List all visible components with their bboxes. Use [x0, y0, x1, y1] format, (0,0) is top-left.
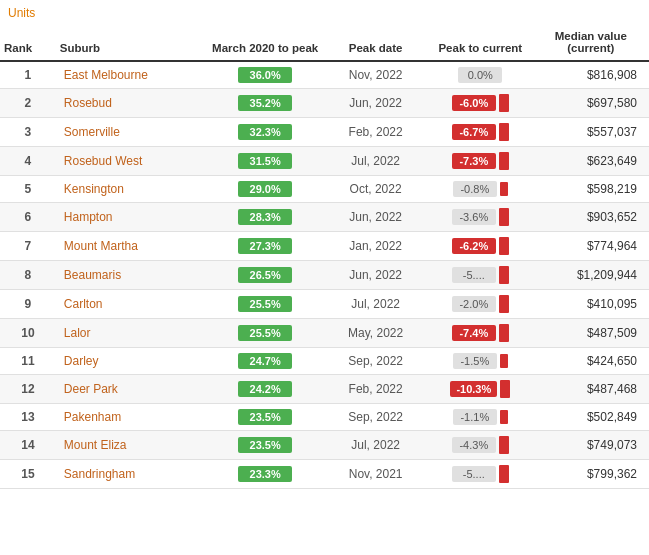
cell-peak-current: -7.4%	[428, 319, 533, 348]
col-suburb: Suburb	[56, 24, 207, 61]
table-row: 10Lalor25.5%May, 2022-7.4%$487,509	[0, 319, 649, 348]
table-row: 4Rosebud West31.5%Jul, 2022-7.3%$623,649	[0, 147, 649, 176]
cell-median: $774,964	[533, 232, 649, 261]
cell-march-peak: 23.3%	[207, 460, 323, 489]
cell-median: $799,362	[533, 460, 649, 489]
cell-march-peak: 29.0%	[207, 176, 323, 203]
cell-rank: 10	[0, 319, 56, 348]
cell-peak-current: -3.6%	[428, 203, 533, 232]
cell-median: $816,908	[533, 61, 649, 89]
cell-suburb: Lalor	[56, 319, 207, 348]
cell-peak-current: 0.0%	[428, 61, 533, 89]
cell-peak-date: Nov, 2022	[323, 61, 428, 89]
table-row: 9Carlton25.5%Jul, 2022-2.0%$410,095	[0, 290, 649, 319]
cell-median: $623,649	[533, 147, 649, 176]
cell-march-peak: 28.3%	[207, 203, 323, 232]
col-peak-current: Peak to current	[428, 24, 533, 61]
table-row: 12Deer Park24.2%Feb, 2022-10.3%$487,468	[0, 375, 649, 404]
cell-peak-current: -6.7%	[428, 118, 533, 147]
cell-suburb: Darley	[56, 348, 207, 375]
cell-peak-current: -2.0%	[428, 290, 533, 319]
cell-rank: 7	[0, 232, 56, 261]
cell-median: $697,580	[533, 89, 649, 118]
cell-march-peak: 36.0%	[207, 61, 323, 89]
cell-peak-date: Oct, 2022	[323, 176, 428, 203]
cell-peak-current: -5....	[428, 261, 533, 290]
cell-suburb: Mount Martha	[56, 232, 207, 261]
units-table: Rank Suburb March 2020 to peak Peak date…	[0, 24, 649, 489]
cell-peak-current: -6.2%	[428, 232, 533, 261]
cell-rank: 4	[0, 147, 56, 176]
cell-suburb: Sandringham	[56, 460, 207, 489]
cell-peak-date: Jul, 2022	[323, 147, 428, 176]
cell-median: $502,849	[533, 404, 649, 431]
cell-suburb: Kensington	[56, 176, 207, 203]
cell-suburb: Beaumaris	[56, 261, 207, 290]
cell-peak-date: Sep, 2022	[323, 348, 428, 375]
cell-median: $1,209,944	[533, 261, 649, 290]
cell-peak-current: -5....	[428, 460, 533, 489]
table-row: 1East Melbourne36.0%Nov, 20220.0%$816,90…	[0, 61, 649, 89]
cell-peak-current: -1.5%	[428, 348, 533, 375]
col-median: Median value (current)	[533, 24, 649, 61]
cell-rank: 8	[0, 261, 56, 290]
table-row: 2Rosebud35.2%Jun, 2022-6.0%$697,580	[0, 89, 649, 118]
cell-peak-date: Feb, 2022	[323, 375, 428, 404]
cell-rank: 9	[0, 290, 56, 319]
cell-rank: 15	[0, 460, 56, 489]
cell-march-peak: 31.5%	[207, 147, 323, 176]
cell-rank: 11	[0, 348, 56, 375]
cell-rank: 1	[0, 61, 56, 89]
cell-march-peak: 27.3%	[207, 232, 323, 261]
cell-median: $487,468	[533, 375, 649, 404]
page-title: Units	[0, 0, 649, 24]
cell-median: $487,509	[533, 319, 649, 348]
cell-suburb: East Melbourne	[56, 61, 207, 89]
table-row: 14Mount Eliza23.5%Jul, 2022-4.3%$749,073	[0, 431, 649, 460]
cell-peak-date: Jul, 2022	[323, 290, 428, 319]
cell-suburb: Somerville	[56, 118, 207, 147]
cell-peak-date: Feb, 2022	[323, 118, 428, 147]
cell-march-peak: 24.7%	[207, 348, 323, 375]
cell-peak-date: Nov, 2021	[323, 460, 428, 489]
cell-median: $598,219	[533, 176, 649, 203]
cell-march-peak: 32.3%	[207, 118, 323, 147]
table-row: 13Pakenham23.5%Sep, 2022-1.1%$502,849	[0, 404, 649, 431]
table-row: 7Mount Martha27.3%Jan, 2022-6.2%$774,964	[0, 232, 649, 261]
table-row: 5Kensington29.0%Oct, 2022-0.8%$598,219	[0, 176, 649, 203]
cell-suburb: Rosebud West	[56, 147, 207, 176]
cell-peak-current: -4.3%	[428, 431, 533, 460]
cell-march-peak: 35.2%	[207, 89, 323, 118]
table-row: 3Somerville32.3%Feb, 2022-6.7%$557,037	[0, 118, 649, 147]
cell-suburb: Rosebud	[56, 89, 207, 118]
cell-peak-date: Jun, 2022	[323, 89, 428, 118]
col-peak-date: Peak date	[323, 24, 428, 61]
col-march-peak: March 2020 to peak	[207, 24, 323, 61]
cell-suburb: Hampton	[56, 203, 207, 232]
cell-suburb: Pakenham	[56, 404, 207, 431]
cell-peak-date: Sep, 2022	[323, 404, 428, 431]
cell-peak-date: Jan, 2022	[323, 232, 428, 261]
cell-march-peak: 23.5%	[207, 431, 323, 460]
cell-march-peak: 25.5%	[207, 319, 323, 348]
cell-median: $424,650	[533, 348, 649, 375]
cell-rank: 2	[0, 89, 56, 118]
cell-march-peak: 25.5%	[207, 290, 323, 319]
cell-median: $557,037	[533, 118, 649, 147]
cell-median: $410,095	[533, 290, 649, 319]
cell-peak-current: -1.1%	[428, 404, 533, 431]
cell-peak-date: May, 2022	[323, 319, 428, 348]
cell-rank: 6	[0, 203, 56, 232]
cell-march-peak: 26.5%	[207, 261, 323, 290]
cell-rank: 12	[0, 375, 56, 404]
cell-peak-date: Jun, 2022	[323, 203, 428, 232]
cell-suburb: Mount Eliza	[56, 431, 207, 460]
col-rank: Rank	[0, 24, 56, 61]
table-row: 6Hampton28.3%Jun, 2022-3.6%$903,652	[0, 203, 649, 232]
cell-march-peak: 24.2%	[207, 375, 323, 404]
cell-peak-date: Jul, 2022	[323, 431, 428, 460]
cell-median: $749,073	[533, 431, 649, 460]
cell-peak-current: -0.8%	[428, 176, 533, 203]
table-row: 15Sandringham23.3%Nov, 2021-5....$799,36…	[0, 460, 649, 489]
cell-march-peak: 23.5%	[207, 404, 323, 431]
